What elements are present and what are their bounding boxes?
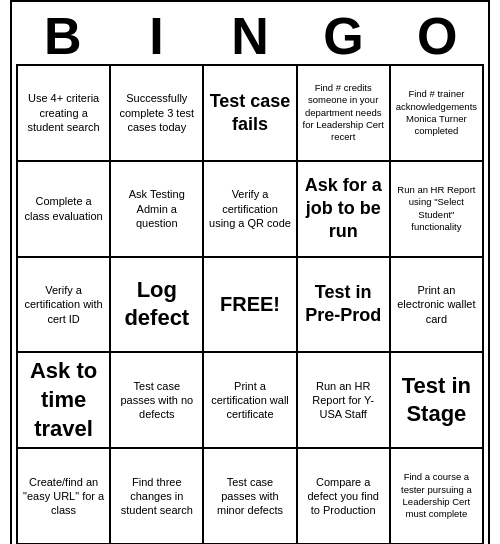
bingo-cell-19[interactable]: Test in Stage: [391, 353, 484, 449]
cell-text-15: Ask to time travel: [22, 357, 105, 443]
bingo-cell-2[interactable]: Test case fails: [204, 66, 297, 162]
cell-text-13: Test in Pre-Prod: [302, 281, 385, 328]
cell-text-18: Run an HR Report for Y-USA Staff: [302, 379, 385, 422]
header-letter-i: I: [111, 10, 201, 62]
cell-text-14: Print an electronic wallet card: [395, 283, 478, 326]
bingo-cell-9[interactable]: Run an HR Report using "Select Student" …: [391, 162, 484, 258]
bingo-cell-10[interactable]: Verify a certification with cert ID: [18, 258, 111, 354]
bingo-cell-5[interactable]: Complete a class evaluation: [18, 162, 111, 258]
cell-text-6: Ask Testing Admin a question: [115, 187, 198, 230]
header-letter-g: G: [299, 10, 389, 62]
bingo-card: B I N G O Use 4+ criteria creating a stu…: [10, 0, 490, 544]
bingo-cell-22[interactable]: Test case passes with minor defects: [204, 449, 297, 544]
cell-text-22: Test case passes with minor defects: [208, 475, 291, 518]
cell-text-1: Successfully complete 3 test cases today: [115, 91, 198, 134]
cell-text-20: Create/find an "easy URL" for a class: [22, 475, 105, 518]
cell-text-0: Use 4+ criteria creating a student searc…: [22, 91, 105, 134]
bingo-cell-14[interactable]: Print an electronic wallet card: [391, 258, 484, 354]
bingo-cell-17[interactable]: Print a certification wall certificate: [204, 353, 297, 449]
bingo-cell-8[interactable]: Ask for a job to be run: [298, 162, 391, 258]
cell-text-4: Find # trainer acknowledgements Monica T…: [395, 88, 478, 137]
bingo-cell-16[interactable]: Test case passes with no defects: [111, 353, 204, 449]
cell-text-16: Test case passes with no defects: [115, 379, 198, 422]
cell-text-23: Compare a defect you find to Production: [302, 475, 385, 518]
bingo-cell-15[interactable]: Ask to time travel: [18, 353, 111, 449]
bingo-cell-11[interactable]: Log defect: [111, 258, 204, 354]
cell-text-7: Verify a certification using a QR code: [208, 187, 291, 230]
bingo-cell-12[interactable]: FREE!: [204, 258, 297, 354]
cell-text-12: FREE!: [220, 291, 280, 317]
cell-text-21: Find three changes in student search: [115, 475, 198, 518]
cell-text-11: Log defect: [115, 276, 198, 333]
bingo-cell-20[interactable]: Create/find an "easy URL" for a class: [18, 449, 111, 544]
cell-text-3: Find # credits someone in your departmen…: [302, 82, 385, 144]
bingo-cell-4[interactable]: Find # trainer acknowledgements Monica T…: [391, 66, 484, 162]
bingo-header: B I N G O: [16, 6, 484, 64]
bingo-grid: Use 4+ criteria creating a student searc…: [16, 64, 484, 544]
header-letter-b: B: [18, 10, 108, 62]
cell-text-10: Verify a certification with cert ID: [22, 283, 105, 326]
header-letter-o: O: [392, 10, 482, 62]
bingo-cell-18[interactable]: Run an HR Report for Y-USA Staff: [298, 353, 391, 449]
bingo-cell-13[interactable]: Test in Pre-Prod: [298, 258, 391, 354]
cell-text-9: Run an HR Report using "Select Student" …: [395, 184, 478, 233]
bingo-cell-7[interactable]: Verify a certification using a QR code: [204, 162, 297, 258]
cell-text-24: Find a course a tester pursuing a Leader…: [395, 471, 478, 520]
bingo-cell-24[interactable]: Find a course a tester pursuing a Leader…: [391, 449, 484, 544]
bingo-cell-23[interactable]: Compare a defect you find to Production: [298, 449, 391, 544]
cell-text-8: Ask for a job to be run: [302, 174, 385, 244]
cell-text-2: Test case fails: [208, 90, 291, 137]
cell-text-17: Print a certification wall certificate: [208, 379, 291, 422]
bingo-cell-6[interactable]: Ask Testing Admin a question: [111, 162, 204, 258]
bingo-cell-0[interactable]: Use 4+ criteria creating a student searc…: [18, 66, 111, 162]
bingo-cell-1[interactable]: Successfully complete 3 test cases today: [111, 66, 204, 162]
header-letter-n: N: [205, 10, 295, 62]
cell-text-19: Test in Stage: [395, 372, 478, 429]
bingo-cell-3[interactable]: Find # credits someone in your departmen…: [298, 66, 391, 162]
cell-text-5: Complete a class evaluation: [22, 194, 105, 223]
bingo-cell-21[interactable]: Find three changes in student search: [111, 449, 204, 544]
